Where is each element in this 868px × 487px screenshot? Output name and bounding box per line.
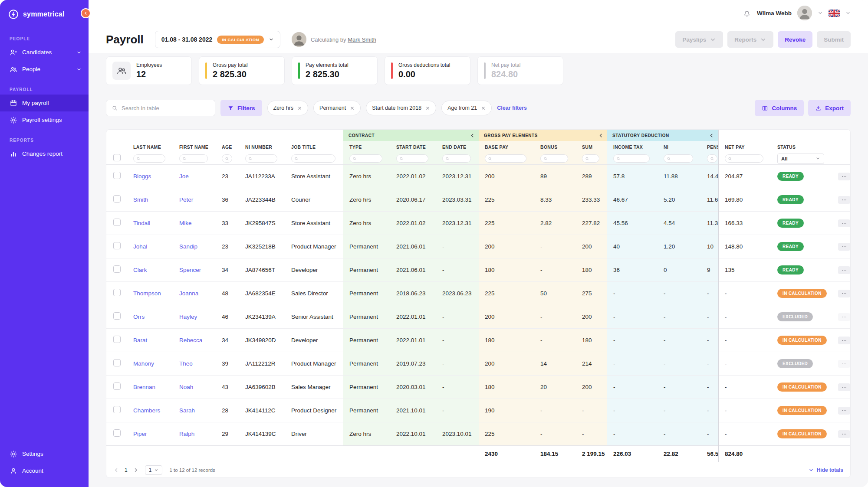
last-name-link[interactable]: Chambers xyxy=(133,407,160,414)
row-actions-button[interactable] xyxy=(838,360,850,368)
column-filter-input[interactable] xyxy=(707,154,717,163)
column-filter-input[interactable] xyxy=(613,154,650,163)
row-checkbox[interactable] xyxy=(113,406,121,413)
search-input[interactable] xyxy=(122,105,210,111)
column-filter-input[interactable] xyxy=(725,154,763,163)
clear-filters-link[interactable]: Clear filters xyxy=(497,105,527,111)
last-name-link[interactable]: Barat xyxy=(133,337,147,343)
row-checkbox[interactable] xyxy=(113,242,121,249)
column-filter-input[interactable] xyxy=(179,154,208,163)
column-filter-input[interactable] xyxy=(245,154,277,163)
col-last-name[interactable]: LAST NAME xyxy=(127,141,173,153)
first-name-link[interactable]: Mike xyxy=(179,220,192,226)
sidebar-item-changes-report[interactable]: Changes report xyxy=(0,145,89,162)
collapse-group-icon[interactable] xyxy=(470,133,475,138)
column-filter-input[interactable] xyxy=(540,154,568,163)
col-bonus[interactable]: BONUS xyxy=(534,141,576,153)
prev-page-icon[interactable] xyxy=(113,467,119,473)
chevron-down-icon[interactable] xyxy=(818,10,823,16)
sidebar-item-account[interactable]: Account xyxy=(0,462,89,479)
col-income-tax[interactable]: INCOME TAX xyxy=(607,141,658,153)
submit-button[interactable]: Submit xyxy=(817,31,851,48)
row-actions-button[interactable] xyxy=(838,219,850,227)
period-dropdown[interactable]: 01.08 - 31.08 2022 IN CALCULATION xyxy=(155,31,280,48)
last-name-link[interactable]: Bloggs xyxy=(133,173,151,180)
last-name-link[interactable]: Piper xyxy=(133,431,147,437)
collapse-group-icon[interactable] xyxy=(709,133,714,138)
row-actions-button[interactable] xyxy=(838,173,850,180)
sidebar-item-my-payroll[interactable]: My payroll xyxy=(0,95,89,111)
first-name-link[interactable]: Joanna xyxy=(179,290,198,297)
col-base-pay[interactable]: BASE PAY xyxy=(479,141,534,153)
row-actions-button[interactable] xyxy=(838,313,850,321)
revoke-button[interactable]: Revoke xyxy=(778,31,812,48)
row-checkbox[interactable] xyxy=(113,429,121,437)
col-ni-number[interactable]: NI NUMBER xyxy=(239,141,285,153)
row-checkbox[interactable] xyxy=(113,172,121,179)
row-checkbox[interactable] xyxy=(113,312,121,320)
filter-chip[interactable]: Permanent xyxy=(313,101,361,115)
hide-totals-button[interactable]: Hide totals xyxy=(809,467,843,473)
row-actions-button[interactable] xyxy=(838,290,850,297)
close-icon[interactable] xyxy=(350,106,355,111)
row-actions-button[interactable] xyxy=(838,337,850,344)
close-icon[interactable] xyxy=(297,106,302,111)
col-sum[interactable]: SUM xyxy=(576,141,607,153)
close-icon[interactable] xyxy=(481,106,486,111)
next-page-icon[interactable] xyxy=(133,467,139,473)
col-type[interactable]: TYPE xyxy=(343,141,390,153)
reports-button[interactable]: Reports xyxy=(727,31,773,48)
last-name-link[interactable]: Tindall xyxy=(133,220,150,226)
first-name-link[interactable]: Theo xyxy=(179,360,193,367)
filter-chip[interactable]: Start date from 2018 xyxy=(366,101,436,115)
notification-bell-icon[interactable] xyxy=(743,9,751,17)
column-filter-input[interactable] xyxy=(442,154,471,163)
last-name-link[interactable]: Mahony xyxy=(133,360,154,367)
first-name-link[interactable]: Joe xyxy=(179,173,189,180)
col-end-date[interactable]: END DATE xyxy=(436,141,479,153)
uk-flag-icon[interactable] xyxy=(829,10,840,17)
first-name-link[interactable]: Rebecca xyxy=(179,337,202,343)
row-checkbox[interactable] xyxy=(113,336,121,343)
sidebar-item-payroll-settings[interactable]: Payroll settings xyxy=(0,111,89,128)
first-name-link[interactable]: Ralph xyxy=(179,431,194,437)
col-ni[interactable]: NI xyxy=(658,141,701,153)
row-actions-button[interactable] xyxy=(838,266,850,274)
first-name-link[interactable]: Peter xyxy=(179,196,193,203)
row-checkbox[interactable] xyxy=(113,289,121,296)
close-icon[interactable] xyxy=(425,106,430,111)
col-age[interactable]: AGE xyxy=(216,141,239,153)
export-button[interactable]: Export xyxy=(808,100,851,116)
col-start-date[interactable]: START DATE xyxy=(390,141,436,153)
first-name-link[interactable]: Sandip xyxy=(179,243,197,250)
sidebar-collapse-button[interactable] xyxy=(81,8,91,18)
col-status[interactable]: STATUS xyxy=(771,141,832,153)
column-filter-input[interactable] xyxy=(291,154,335,163)
first-name-link[interactable]: Sarah xyxy=(179,407,195,414)
payslips-button[interactable]: Payslips xyxy=(675,31,723,48)
row-checkbox[interactable] xyxy=(113,359,121,366)
row-actions-button[interactable] xyxy=(838,407,850,415)
last-name-link[interactable]: Brennan xyxy=(133,384,155,390)
column-filter-input[interactable] xyxy=(485,154,526,163)
last-name-link[interactable]: Smith xyxy=(133,196,148,203)
collapse-group-icon[interactable] xyxy=(598,133,604,138)
row-actions-button[interactable] xyxy=(838,383,850,391)
last-name-link[interactable]: Clark xyxy=(133,267,147,273)
filters-button[interactable]: Filters xyxy=(220,100,262,116)
first-name-link[interactable]: Spencer xyxy=(179,267,201,273)
sidebar-item-settings[interactable]: Settings xyxy=(0,445,89,462)
current-page[interactable]: 1 xyxy=(124,467,128,473)
chevron-down-icon[interactable] xyxy=(845,10,851,16)
sidebar-item-people[interactable]: People xyxy=(0,61,89,78)
col-first-name[interactable]: FIRST NAME xyxy=(173,141,216,153)
column-filter-input[interactable] xyxy=(222,154,232,163)
row-actions-button[interactable] xyxy=(838,243,850,251)
last-name-link[interactable]: Johal xyxy=(133,243,147,250)
column-filter-input[interactable] xyxy=(133,154,165,163)
filter-chip[interactable]: Age from 21 xyxy=(441,101,492,115)
row-actions-button[interactable] xyxy=(838,430,850,438)
calculating-by-name-link[interactable]: Mark Smith xyxy=(348,36,376,43)
row-checkbox[interactable] xyxy=(113,382,121,390)
row-checkbox[interactable] xyxy=(113,265,121,273)
